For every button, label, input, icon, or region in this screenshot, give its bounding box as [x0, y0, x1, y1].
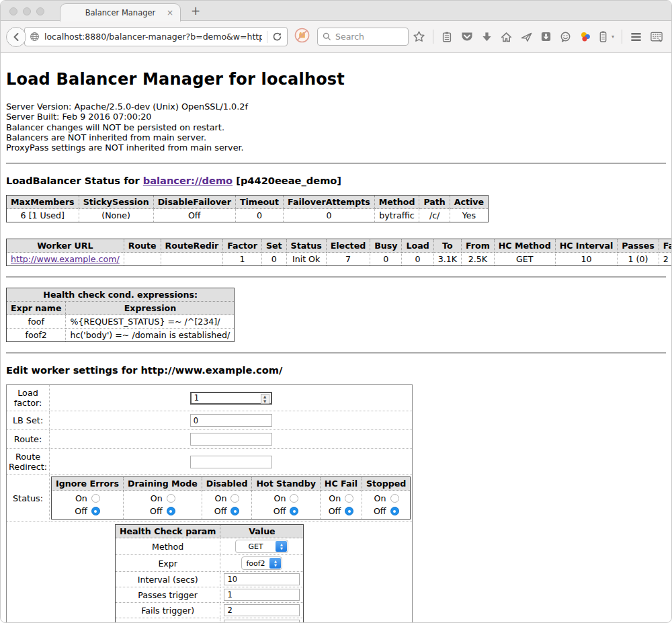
plugin-blocked-button[interactable] — [294, 27, 310, 46]
pocket-icon[interactable] — [460, 31, 474, 43]
status-disabled-off-radio[interactable] — [230, 507, 239, 515]
column-header: FailoverAttempts — [284, 196, 375, 209]
hc-value-header: Value — [220, 525, 304, 538]
zoom-window-button[interactable] — [36, 7, 44, 15]
feedback-smiley-icon[interactable] — [559, 31, 572, 43]
radio-label: Off — [374, 506, 386, 516]
toolbar-icons: ▾ — [413, 30, 663, 44]
lb-set-label: LB Set: — [7, 411, 50, 430]
new-tab-button[interactable]: + — [191, 4, 200, 17]
bookmark-star-icon[interactable] — [413, 30, 425, 43]
hc-fails-input[interactable] — [224, 604, 300, 616]
column-header: Elected — [326, 239, 370, 253]
status-draining-mode-off-radio[interactable] — [167, 507, 175, 515]
hc-uri-input[interactable] — [224, 620, 300, 623]
browser-tab[interactable]: Balancer Manager × — [60, 3, 181, 22]
radio-label: Off — [274, 506, 286, 516]
heading-suffix: [p4420eeae_demo] — [233, 175, 341, 186]
window-controls — [9, 7, 44, 15]
toolbar-separator — [622, 30, 622, 44]
lb-set-input[interactable] — [190, 414, 272, 427]
status-radio-cell: OnOff — [202, 491, 252, 520]
hc-method-label: Method — [115, 538, 220, 555]
radio-label: On — [75, 493, 87, 503]
status-hc-fail-off-radio[interactable] — [345, 507, 353, 515]
hc-expr-value: foof2 — [242, 557, 269, 569]
status-column-header: HC Fail — [320, 477, 362, 491]
hc-uri-label: HC uri — [115, 618, 220, 623]
save-to-device-icon[interactable] — [540, 31, 552, 42]
status-label: Status: — [7, 475, 50, 522]
home-icon[interactable] — [500, 31, 513, 43]
column-header: Timeout — [235, 196, 283, 209]
minimize-window-button[interactable] — [23, 7, 31, 15]
column-header: Expr name — [7, 302, 66, 315]
reload-icon[interactable] — [272, 32, 282, 42]
status-disabled-on-radio[interactable] — [230, 494, 239, 503]
status-row: Status: Ignore ErrorsDraining ModeDisabl… — [7, 475, 413, 522]
hc-expr-select[interactable]: foof2 ▲▼ — [241, 556, 282, 570]
number-stepper-icon[interactable]: ▲▼ — [261, 394, 269, 404]
status-stopped-off-radio[interactable] — [390, 507, 399, 515]
column-header: DisableFailover — [153, 196, 235, 209]
hc-method-select[interactable]: GET ▲▼ — [235, 540, 288, 553]
route-input[interactable] — [190, 433, 272, 446]
back-button[interactable] — [6, 27, 26, 47]
title-bar: Balancer Manager × + — [1, 1, 671, 21]
search-placeholder: Search — [335, 32, 364, 42]
search-bar[interactable]: Search — [317, 28, 409, 46]
downloads-icon[interactable] — [481, 31, 493, 43]
radio-label: Off — [75, 506, 87, 516]
route-redirect-input[interactable] — [190, 456, 272, 468]
status-stopped-on-radio[interactable] — [390, 494, 399, 503]
status-column-header: Disabled — [202, 477, 252, 491]
worker-url-link[interactable]: http://www.example.com/ — [11, 254, 120, 264]
heading-prefix: LoadBalancer Status for — [6, 175, 143, 186]
status-hc-fail-on-radio[interactable] — [345, 494, 353, 503]
status-hot-standby-off-radio[interactable] — [290, 507, 298, 515]
search-icon — [323, 32, 331, 41]
table-cell: /c/ — [419, 209, 450, 222]
extension-dots-icon[interactable] — [579, 31, 591, 43]
hc-interval-input[interactable] — [224, 573, 300, 585]
send-plane-icon[interactable] — [520, 31, 533, 43]
menu-hamburger-icon[interactable] — [630, 32, 642, 42]
load-factor-input[interactable] — [190, 392, 272, 405]
status-radio-table: Ignore ErrorsDraining ModeDisabledHot St… — [51, 476, 411, 520]
column-header: Passes — [618, 239, 659, 253]
globe-icon — [30, 32, 40, 42]
column-header: Active — [450, 196, 488, 209]
table-cell: (None) — [79, 209, 153, 222]
column-header: Method — [374, 196, 419, 209]
column-header: Fails — [659, 239, 672, 253]
health-check-param-table: Health Check param Value Method GET ▲▼ — [115, 524, 304, 623]
balancer-demo-link[interactable]: balancer://demo — [143, 175, 233, 186]
url-text[interactable]: localhost:8880/balancer-manager?b=demo&w… — [44, 32, 262, 42]
divider — [6, 276, 666, 278]
status-draining-mode-on-radio[interactable] — [167, 494, 175, 503]
table-cell: 0 — [370, 253, 402, 266]
battery-status-icon[interactable] — [599, 30, 607, 43]
hc-interval-label: Interval (secs) — [115, 572, 220, 587]
close-window-button[interactable] — [9, 7, 17, 15]
hc-passes-input[interactable] — [224, 589, 300, 601]
column-header: Expression — [66, 302, 235, 315]
table-row: http://www.example.com/10Init Ok7003.1K2… — [7, 253, 672, 266]
table-cell: 10 — [555, 253, 618, 266]
tiles-keyboard-icon[interactable] — [650, 31, 663, 43]
bookmarks-clipboard-icon[interactable] — [441, 31, 453, 43]
column-header: HC Interval — [555, 239, 618, 253]
page-title: Load Balancer Manager for localhost — [6, 70, 666, 89]
url-bar[interactable]: localhost:8880/balancer-manager?b=demo&w… — [24, 27, 288, 46]
status-hot-standby-on-radio[interactable] — [290, 494, 298, 503]
radio-label: On — [150, 493, 163, 503]
column-header: HC Method — [494, 239, 555, 253]
toolbar-separator — [433, 30, 433, 44]
overflow-caret-icon[interactable]: ▾ — [612, 34, 614, 40]
worker-status-table: Worker URLRouteRouteRedirFactorSetStatus… — [6, 239, 672, 266]
table-cell: 2 (0) — [659, 253, 672, 266]
status-ignore-errors-on-radio[interactable] — [91, 494, 100, 503]
status-ignore-errors-off-radio[interactable] — [91, 507, 100, 515]
route-row: Route: — [7, 430, 413, 449]
tab-close-icon[interactable]: × — [167, 8, 173, 17]
